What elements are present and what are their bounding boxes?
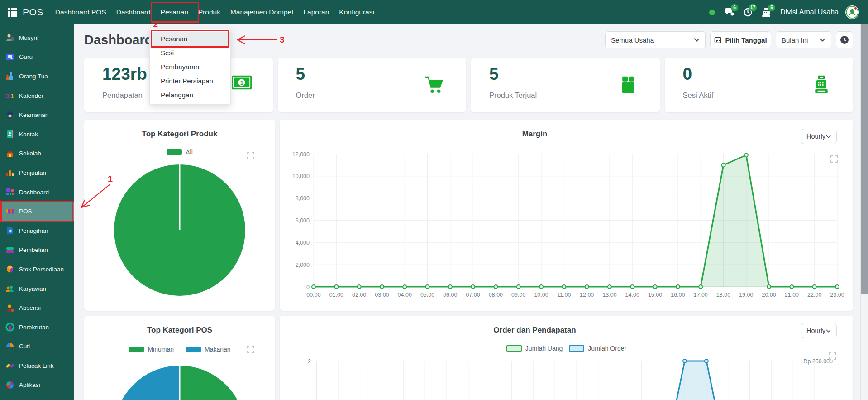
nav-item-manajemen-dompet[interactable]: Manajemen Dompet	[225, 0, 299, 24]
nav-item-produk[interactable]: Produk	[193, 0, 225, 24]
brand[interactable]: POS	[8, 7, 43, 18]
sidebar-item-kalender[interactable]: 31Kalender	[0, 86, 74, 106]
svg-text:04:00: 04:00	[398, 292, 412, 298]
expand-icon[interactable]	[247, 346, 254, 353]
sidebar-item-label: Aplikasi	[19, 381, 40, 388]
product-icon	[618, 75, 639, 96]
nav-item-label: Manajemen Dompet	[230, 8, 294, 16]
nav-item-label: Pesanan	[161, 8, 188, 16]
sidebar-item-label: Orang Tua	[19, 73, 48, 80]
annotation-label-step2: 2	[153, 20, 158, 29]
sidebar-item-keamanan[interactable]: Keamanan	[0, 105, 74, 125]
card-top-kategori-pos: Top Kategori POS MinumanMakanan	[84, 316, 275, 400]
scrollbar-thumb[interactable]	[861, 24, 868, 294]
pick-date-label: Pilih Tanggal	[725, 36, 767, 44]
kalender-icon: 31	[5, 91, 14, 100]
dropdown-item-pembayaran[interactable]: Pembayaran	[150, 60, 230, 74]
dropdown-item-sesi[interactable]: Sesi	[150, 46, 230, 60]
expand-icon[interactable]	[829, 352, 836, 360]
page-scrollbar[interactable]	[860, 24, 868, 400]
dropdown-item-printer-persiapan[interactable]: Printer Persiapan	[150, 74, 230, 88]
stat-card-sesi-aktif: 0Sesi Aktif	[665, 58, 854, 112]
sidebar-item-musyrif[interactable]: Musyrif	[0, 28, 74, 48]
sidebar-item-cuti[interactable]: Cuti	[0, 337, 74, 357]
card-order-dan-pendapatan: Order dan Pendapatan Hourly Jumlah UangJ…	[280, 316, 853, 400]
nav-item-dashboard[interactable]: Dashboard	[111, 0, 156, 24]
sidebar-item-pos[interactable]: POS	[0, 202, 74, 221]
sidebar-item-label: Sekolah	[19, 150, 41, 157]
svg-text:4,000: 4,000	[296, 240, 310, 246]
chat-icon[interactable]: 6	[724, 7, 734, 18]
keamanan-icon	[5, 111, 14, 120]
perekrutan-icon	[5, 323, 14, 332]
sidebar-item-label: Karyawan	[19, 285, 46, 292]
sidebar-item-label: Perekrutan	[19, 324, 49, 331]
clock-icon	[840, 35, 849, 44]
sidebar-item-label: Musyrif	[19, 34, 39, 41]
sidebar-item-stok-persediaan[interactable]: Stok Persediaan	[0, 260, 74, 279]
svg-text:20:00: 20:00	[762, 292, 776, 298]
sidebar-item-karyawan[interactable]: Karyawan	[0, 279, 74, 299]
period-filter-select[interactable]: Bulan Ini	[776, 31, 831, 48]
sidebar-item-label: Penagihan	[19, 227, 48, 234]
svg-text:12,000: 12,000	[292, 151, 310, 158]
sidebar-item-label: Penjualan	[19, 169, 46, 176]
nav-item-dashboard-pos[interactable]: Dashboard POS	[50, 0, 111, 24]
sidebar-item-guru[interactable]: Guru	[0, 48, 74, 67]
area-chart-order-dan-pendapatan: 2Rp 250.000	[280, 316, 853, 400]
sidebar-item-penagihan[interactable]: $Penagihan	[0, 221, 74, 241]
nav-item-konfigurasi[interactable]: Konfigurasi	[334, 0, 379, 24]
banknote-icon: 1	[231, 75, 252, 96]
sidebar-item-dashboard[interactable]: Dashboard	[0, 183, 74, 202]
register-icon[interactable]: 5	[761, 7, 772, 18]
expand-icon[interactable]	[830, 155, 838, 163]
nav-item-label: Konfigurasi	[339, 8, 374, 16]
avatar[interactable]	[845, 5, 859, 19]
kontak-icon	[5, 130, 14, 139]
apps-grid-icon[interactable]	[8, 8, 17, 17]
register-badge: 5	[768, 4, 775, 11]
sidebar-item-aplikasi[interactable]: Aplikasi	[0, 376, 74, 395]
stat-card-order: 5Order	[278, 58, 467, 112]
svg-text:18:00: 18:00	[716, 292, 730, 298]
navbar-icon-group: 6175	[724, 7, 772, 18]
line-chart-margin: 02,0004,0006,0008,00010,00012,00000:0001…	[280, 120, 853, 311]
sidebar-item-penjualan[interactable]: Penjualan	[0, 163, 74, 183]
current-user-label[interactable]: Divisi Amal Usaha	[780, 8, 839, 16]
sidebar-item-absensi[interactable]: Absensi	[0, 298, 74, 318]
nav-item-label: Laporan	[303, 8, 329, 16]
time-filter-button[interactable]	[836, 31, 853, 48]
dropdown-item-label: Pembayaran	[161, 63, 199, 71]
sidebar-item-perekrutan[interactable]: Perekrutan	[0, 318, 74, 337]
sidebar-item-label: POS	[19, 208, 32, 215]
svg-text:05:00: 05:00	[420, 292, 434, 298]
nav-item-laporan[interactable]: Laporan	[298, 0, 334, 24]
sidebar-item-label: Kontak	[19, 131, 38, 138]
sidebar-item-kontak[interactable]: Kontak	[0, 125, 74, 144]
sidebar-item-pelacak-link[interactable]: Pelacak Link	[0, 356, 74, 376]
svg-text:14:00: 14:00	[625, 292, 639, 298]
pie-chart-top-kategori-produk	[84, 120, 275, 311]
nav-item-pesanan[interactable]: Pesanan2	[156, 0, 193, 24]
svg-text:13:00: 13:00	[602, 292, 616, 298]
dropdown-item-label: Sesi	[161, 49, 174, 57]
pick-date-button[interactable]: Pilih Tanggal	[710, 31, 771, 48]
dropdown-item-label: Printer Persiapan	[161, 77, 213, 85]
svg-text:08:00: 08:00	[489, 292, 503, 298]
history-icon[interactable]: 17	[742, 7, 753, 18]
business-filter-select[interactable]: Semua Usaha	[605, 31, 706, 48]
dropdown-item-pesanan[interactable]: Pesanan3	[150, 32, 230, 46]
sidebar-item-orang-tua[interactable]: Orang Tua	[0, 67, 74, 86]
sidebar-item-sekolah[interactable]: Sekolah	[0, 144, 74, 164]
svg-text:11:00: 11:00	[557, 292, 571, 298]
chat-badge: 6	[731, 4, 738, 11]
dropdown-item-pelanggan[interactable]: Pelanggan	[150, 88, 230, 102]
expand-icon[interactable]	[247, 152, 254, 159]
sidebar-item-label: Dashboard	[19, 189, 49, 196]
musyrif-icon	[5, 33, 14, 42]
sidebar: MusyrifGuruOrang Tua31KalenderKeamananKo…	[0, 24, 74, 400]
stok-persediaan-icon	[5, 265, 14, 274]
svg-text:21:00: 21:00	[785, 292, 799, 298]
sidebar-item-pembelian[interactable]: Pembelian	[0, 241, 74, 260]
svg-text:3: 3	[6, 92, 10, 100]
